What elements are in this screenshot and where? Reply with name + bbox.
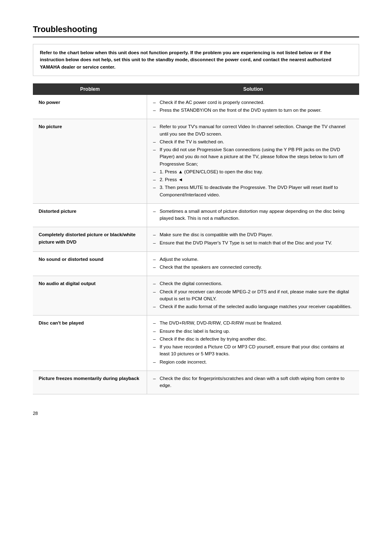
- solution-item: 1. Press ▲ (OPEN/CLOSE) to open the disc…: [153, 168, 353, 175]
- solution-cell: The DVD+R/RW, DVD-R/RW, CD-R/RW must be …: [147, 315, 359, 371]
- table-row: Picture freezes momentarily during playb…: [33, 371, 359, 394]
- solution-cell: Sometimes a small amount of picture dist…: [147, 203, 359, 227]
- solution-item: If you did not use Progressive Scan conn…: [153, 146, 353, 168]
- intro-box: Refer to the chart below when this unit …: [33, 44, 359, 76]
- table-row: Disc can't be playedThe DVD+R/RW, DVD-R/…: [33, 315, 359, 371]
- problem-cell: No sound or distorted sound: [33, 251, 147, 276]
- troubleshooting-table: Problem Solution No powerCheck if the AC…: [33, 83, 359, 395]
- solution-item: Check the disc for fingerprints/scratche…: [153, 375, 353, 389]
- problem-cell: No power: [33, 95, 147, 119]
- problem-cell: Picture freezes momentarily during playb…: [33, 371, 147, 394]
- solution-cell: Adjust the volume.Check that the speaker…: [147, 251, 359, 276]
- col-header-problem: Problem: [33, 83, 147, 95]
- table-row: Completely distorted picture or black/wh…: [33, 227, 359, 252]
- solution-item: Check if the audio format of the selecte…: [153, 303, 353, 310]
- table-row: Distorted pictureSometimes a small amoun…: [33, 203, 359, 227]
- table-row: No powerCheck if the AC power cord is pr…: [33, 95, 359, 119]
- solution-item: Check that the speakers are connected co…: [153, 264, 353, 271]
- solution-item: Sometimes a small amount of picture dist…: [153, 208, 353, 222]
- solution-cell: Check the digital connections.Check if y…: [147, 276, 359, 315]
- solution-cell: Make sure the disc is compatible with th…: [147, 227, 359, 252]
- solution-item: Make sure the disc is compatible with th…: [153, 231, 353, 238]
- problem-cell: Disc can't be played: [33, 315, 147, 371]
- solution-item: 3. Then press MUTE to deactivate the Pro…: [153, 184, 353, 198]
- solution-cell: Check the disc for fingerprints/scratche…: [147, 371, 359, 394]
- solution-item: Ensure the disc label is facing up.: [153, 328, 353, 335]
- problem-cell: Distorted picture: [33, 203, 147, 227]
- page-number: 28: [33, 411, 359, 416]
- solution-item: The DVD+R/RW, DVD-R/RW, CD-R/RW must be …: [153, 320, 353, 327]
- page-title: Troubleshooting: [33, 25, 359, 37]
- col-header-solution: Solution: [147, 83, 359, 95]
- solution-item: 2. Press ◄: [153, 176, 353, 183]
- solution-cell: Refer to your TV's manual for correct Vi…: [147, 119, 359, 204]
- table-row: No sound or distorted soundAdjust the vo…: [33, 251, 359, 276]
- solution-item: Check if your receiver can decode MPEG-2…: [153, 288, 353, 303]
- solution-item: If you have recorded a Picture CD or MP3…: [153, 343, 353, 358]
- problem-cell: No audio at digital output: [33, 276, 147, 315]
- solution-cell: Check if the AC power cord is properly c…: [147, 95, 359, 119]
- table-row: No audio at digital outputCheck the digi…: [33, 276, 359, 315]
- solution-item: Check if the TV is switched on.: [153, 138, 353, 145]
- problem-cell: No picture: [33, 119, 147, 204]
- table-row: No pictureRefer to your TV's manual for …: [33, 119, 359, 204]
- solution-item: Ensure that the DVD Player's TV Type is …: [153, 240, 353, 246]
- solution-item: Refer to your TV's manual for correct Vi…: [153, 123, 353, 138]
- solution-item: Check the digital connections.: [153, 280, 353, 287]
- problem-cell: Completely distorted picture or black/wh…: [33, 227, 147, 252]
- solution-item: Region code incorrect.: [153, 359, 353, 366]
- solution-item: Press the STANDBY/ON on the front of the…: [153, 107, 353, 114]
- solution-item: Check if the disc is defective by trying…: [153, 336, 353, 343]
- solution-item: Adjust the volume.: [153, 256, 353, 263]
- solution-item: Check if the AC power cord is properly c…: [153, 99, 353, 106]
